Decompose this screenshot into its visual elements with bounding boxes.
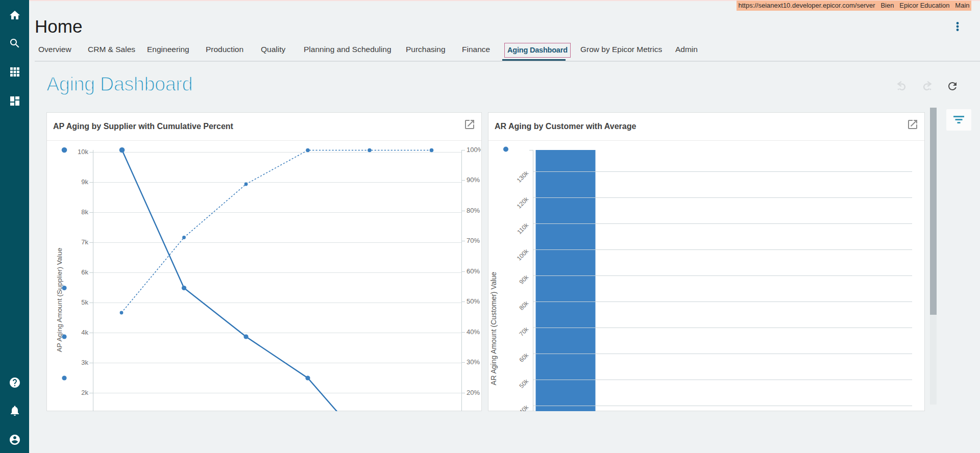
svg-text:3k: 3k: [81, 359, 88, 366]
svg-text:110k: 110k: [516, 221, 530, 236]
svg-text:80k: 80k: [518, 299, 530, 312]
svg-text:90%: 90%: [467, 176, 480, 184]
svg-text:5k: 5k: [81, 298, 88, 306]
svg-text:70k: 70k: [518, 325, 530, 338]
svg-text:130k: 130k: [516, 169, 530, 184]
svg-text:120k: 120k: [516, 195, 530, 210]
svg-text:20%: 20%: [467, 389, 480, 396]
svg-text:4k: 4k: [81, 329, 88, 336]
svg-text:8k: 8k: [81, 208, 88, 216]
svg-text:90k: 90k: [518, 273, 530, 286]
svg-text:6k: 6k: [81, 268, 88, 276]
svg-text:40%: 40%: [467, 328, 480, 336]
svg-text:10k: 10k: [78, 148, 88, 156]
svg-text:7k: 7k: [81, 238, 88, 246]
svg-text:9k: 9k: [81, 178, 88, 186]
svg-text:60%: 60%: [467, 267, 480, 275]
svg-text:30%: 30%: [467, 358, 480, 366]
svg-text:100k: 100k: [516, 247, 530, 262]
svg-text:2k: 2k: [81, 389, 88, 396]
svg-text:80%: 80%: [467, 207, 480, 214]
svg-text:50%: 50%: [467, 297, 480, 305]
svg-text:100%: 100%: [467, 146, 481, 154]
svg-text:50k: 50k: [518, 377, 530, 390]
svg-text:60k: 60k: [518, 351, 530, 364]
svg-text:40k: 40k: [518, 404, 530, 411]
svg-text:AR Aging Amount (Customer) Val: AR Aging Amount (Customer) Value: [489, 272, 498, 386]
svg-text:70%: 70%: [467, 237, 480, 244]
